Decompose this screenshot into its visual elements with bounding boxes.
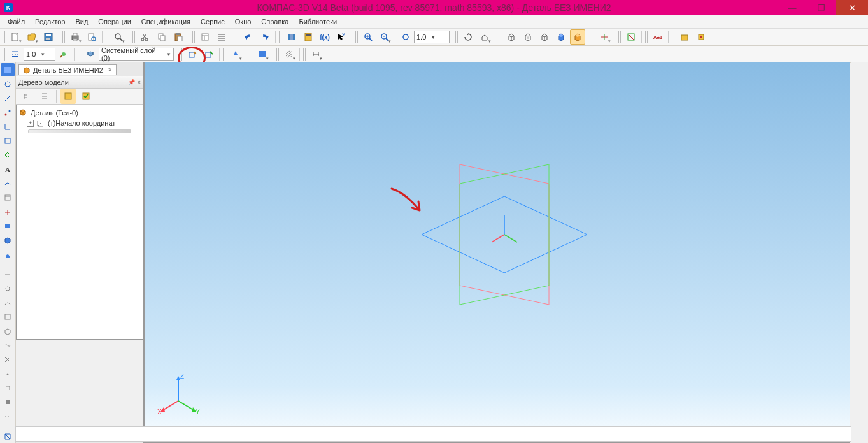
wireframe-button[interactable] (504, 29, 519, 45)
calculator-icon[interactable] (301, 29, 316, 45)
toolbar-grip[interactable] (672, 31, 675, 43)
toolbar-grip[interactable] (303, 48, 306, 61)
rebuild-button[interactable] (677, 29, 692, 45)
svg-rect-45 (681, 35, 688, 40)
stop-button[interactable] (694, 29, 709, 45)
aux-button[interactable] (228, 47, 243, 62)
maximize-button[interactable]: ❐ (807, 0, 836, 15)
print-preview-button[interactable] (84, 29, 99, 45)
menu-window[interactable]: Окно (230, 17, 257, 27)
3d-viewport[interactable]: Z X Y (144, 62, 850, 63)
zoom-out-button[interactable] (377, 29, 392, 45)
toolbar-grip[interactable] (78, 48, 81, 61)
orientation-button[interactable] (477, 29, 492, 45)
toolbar-grip[interactable] (499, 31, 502, 43)
paste-button[interactable] (171, 29, 186, 45)
help-cursor-button[interactable]: ? (334, 29, 349, 45)
save-button[interactable] (41, 29, 56, 45)
shaded-edges-button[interactable] (570, 29, 585, 45)
menu-help[interactable]: Справка (256, 17, 294, 27)
minimize-button[interactable]: — (778, 0, 807, 15)
line-style-icon[interactable] (8, 47, 23, 62)
toolbar-grip[interactable] (62, 31, 66, 43)
svg-rect-31 (306, 34, 311, 36)
title-bar: K КОМПАС-3D V14 Beta (build 1095, rev 85… (0, 0, 868, 15)
app-icon: K (4, 3, 13, 12)
dimension-button[interactable] (308, 47, 324, 62)
style-button[interactable] (56, 47, 71, 62)
zoom-in-button[interactable] (360, 29, 376, 45)
menu-bar: Файл Редактор Вид Операции Спецификация … (0, 15, 868, 29)
toolbar-grip[interactable] (645, 31, 648, 43)
zoom-tool-button[interactable] (111, 29, 126, 45)
toolbar-grip[interactable] (223, 48, 226, 61)
library-button[interactable] (284, 29, 299, 45)
svg-line-39 (386, 38, 388, 41)
toolbar-grip[interactable] (192, 31, 196, 43)
zoom-combo[interactable]: 1.0▼ (414, 31, 450, 43)
hidden-lines-button[interactable] (520, 29, 536, 45)
zoom-fit-button[interactable] (398, 29, 413, 45)
toolbar-grip[interactable] (592, 31, 595, 43)
section-button[interactable] (623, 29, 639, 45)
layer-combo[interactable]: Системный слой (0)▼ (99, 48, 174, 61)
svg-rect-6 (73, 39, 77, 41)
new-button[interactable] (8, 29, 23, 45)
copy-button[interactable] (154, 29, 169, 45)
svg-rect-47 (700, 36, 702, 38)
toolbar-grip[interactable] (106, 31, 109, 43)
model-tree-panel: Деталь БЕЗ ИМЕНИ2 × Дерево модели 📌× Дет… (16, 62, 144, 63)
svg-text:?: ? (342, 33, 346, 38)
toolbar-grip[interactable] (250, 48, 253, 61)
shaded-button[interactable] (553, 29, 569, 45)
sketch-button[interactable] (185, 47, 200, 62)
color-button[interactable] (255, 47, 270, 62)
perspective-button[interactable] (597, 29, 612, 45)
svg-rect-19 (178, 36, 182, 41)
properties-button[interactable] (197, 29, 213, 45)
close-button[interactable]: ✕ (836, 0, 868, 15)
toolbar-grip[interactable] (455, 31, 459, 43)
variables-button[interactable]: f(x) (317, 29, 332, 45)
menu-edit[interactable]: Редактор (30, 17, 70, 27)
toolbar-grip[interactable] (180, 48, 183, 61)
svg-line-36 (369, 38, 372, 41)
toolbar-grip[interactable] (236, 31, 239, 43)
menu-operations[interactable]: Операции (93, 17, 136, 27)
toolbar-grip[interactable] (279, 31, 282, 43)
line-width-combo[interactable]: 1.0▼ (24, 48, 55, 61)
open-button[interactable] (24, 29, 39, 45)
toolbar-grip[interactable] (355, 31, 359, 43)
svg-rect-28 (290, 34, 293, 40)
svg-point-40 (403, 34, 408, 40)
svg-rect-2 (46, 34, 51, 36)
menu-view[interactable]: Вид (70, 17, 93, 27)
menu-service[interactable]: Сервис (196, 17, 230, 27)
current-state-toolbar: 1.0▼ Системный слой (0)▼ (0, 46, 868, 63)
toolbar-grip[interactable] (132, 31, 136, 43)
menu-libraries[interactable]: Библиотеки (294, 17, 343, 27)
toolbar-grip[interactable] (3, 48, 6, 61)
menu-file[interactable]: Файл (3, 17, 30, 27)
no-hidden-button[interactable] (537, 29, 552, 45)
toolbar-grip[interactable] (276, 48, 280, 61)
measure-button[interactable]: A±1 (650, 29, 665, 45)
layer-icon[interactable] (83, 47, 98, 62)
svg-rect-3 (46, 38, 50, 40)
svg-rect-20 (202, 34, 208, 40)
rotate-button[interactable] (460, 29, 476, 45)
print-button[interactable] (68, 29, 83, 45)
list-button[interactable] (214, 29, 229, 45)
edit-sketch-button[interactable] (201, 47, 217, 62)
undo-button[interactable] (241, 29, 256, 45)
compact-panel: A (0, 62, 16, 63)
menu-specification[interactable]: Спецификация (136, 17, 196, 27)
cut-button[interactable] (138, 29, 153, 45)
right-gutter (851, 62, 868, 63)
redo-button[interactable] (257, 29, 273, 45)
toolbar-grip[interactable] (3, 31, 6, 43)
document-tabs: Деталь БЕЗ ИМЕНИ2 × (16, 62, 143, 63)
hatch-button[interactable] (281, 47, 297, 62)
svg-line-44 (628, 34, 634, 40)
toolbar-grip[interactable] (618, 31, 622, 43)
